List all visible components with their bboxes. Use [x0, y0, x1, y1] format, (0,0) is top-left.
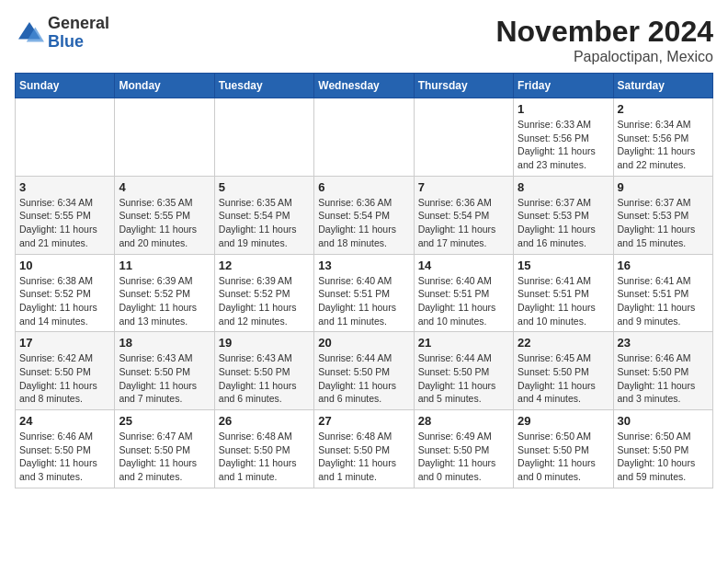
logo-text: General Blue [48, 15, 109, 52]
calendar-cell: 21Sunrise: 6:44 AM Sunset: 5:50 PM Dayli… [414, 332, 513, 410]
day-number: 22 [518, 336, 609, 350]
day-info: Sunrise: 6:35 AM Sunset: 5:55 PM Dayligh… [119, 196, 210, 250]
calendar-cell: 9Sunrise: 6:37 AM Sunset: 5:53 PM Daylig… [613, 176, 712, 254]
day-info: Sunrise: 6:35 AM Sunset: 5:54 PM Dayligh… [219, 196, 310, 250]
calendar-header: SundayMondayTuesdayWednesdayThursdayFrid… [16, 74, 713, 98]
day-number: 17 [19, 336, 110, 350]
calendar-cell: 1Sunrise: 6:33 AM Sunset: 5:56 PM Daylig… [514, 98, 613, 177]
day-info: Sunrise: 6:38 AM Sunset: 5:52 PM Dayligh… [19, 274, 110, 328]
day-number: 12 [219, 259, 310, 272]
calendar-cell [16, 98, 115, 177]
day-number: 14 [418, 259, 509, 272]
day-info: Sunrise: 6:39 AM Sunset: 5:52 PM Dayligh… [119, 274, 210, 328]
calendar-cell: 12Sunrise: 6:39 AM Sunset: 5:52 PM Dayli… [214, 254, 313, 332]
day-number: 7 [418, 180, 509, 194]
weekday-header: Thursday [414, 74, 513, 98]
day-number: 28 [418, 414, 509, 428]
day-info: Sunrise: 6:44 AM Sunset: 5:50 PM Dayligh… [418, 351, 509, 406]
day-number: 19 [219, 336, 310, 350]
day-number: 9 [618, 180, 709, 194]
calendar-cell: 23Sunrise: 6:46 AM Sunset: 5:50 PM Dayli… [613, 332, 712, 410]
day-number: 25 [119, 414, 210, 428]
calendar-week-row: 24Sunrise: 6:46 AM Sunset: 5:50 PM Dayli… [16, 410, 713, 488]
day-info: Sunrise: 6:50 AM Sunset: 5:50 PM Dayligh… [518, 430, 609, 484]
day-number: 15 [518, 259, 609, 272]
calendar-table: SundayMondayTuesdayWednesdayThursdayFrid… [15, 73, 713, 488]
day-number: 20 [318, 336, 409, 350]
calendar-cell: 15Sunrise: 6:41 AM Sunset: 5:51 PM Dayli… [514, 254, 613, 332]
day-info: Sunrise: 6:42 AM Sunset: 5:50 PM Dayligh… [19, 351, 110, 406]
calendar-cell: 30Sunrise: 6:50 AM Sunset: 5:50 PM Dayli… [613, 410, 712, 488]
day-number: 3 [19, 180, 110, 194]
weekday-header: Friday [514, 74, 613, 98]
day-info: Sunrise: 6:49 AM Sunset: 5:50 PM Dayligh… [418, 430, 509, 484]
day-info: Sunrise: 6:43 AM Sunset: 5:50 PM Dayligh… [219, 351, 310, 406]
weekday-header: Sunday [16, 74, 115, 98]
day-number: 24 [19, 414, 110, 428]
title-block: November 2024 Papaloctipan, Mexico [495, 15, 713, 65]
day-number: 11 [119, 259, 210, 272]
day-info: Sunrise: 6:50 AM Sunset: 5:50 PM Dayligh… [618, 430, 709, 484]
day-info: Sunrise: 6:45 AM Sunset: 5:50 PM Dayligh… [518, 351, 609, 406]
day-number: 29 [518, 414, 609, 428]
day-info: Sunrise: 6:46 AM Sunset: 5:50 PM Dayligh… [618, 351, 709, 406]
day-number: 5 [219, 180, 310, 194]
day-info: Sunrise: 6:48 AM Sunset: 5:50 PM Dayligh… [219, 430, 310, 484]
logo-icon [15, 18, 44, 48]
day-number: 16 [618, 259, 709, 272]
month-title: November 2024 [495, 15, 713, 49]
day-number: 23 [618, 336, 709, 350]
day-info: Sunrise: 6:40 AM Sunset: 5:51 PM Dayligh… [418, 274, 509, 328]
calendar-cell: 18Sunrise: 6:43 AM Sunset: 5:50 PM Dayli… [115, 332, 214, 410]
calendar-cell: 20Sunrise: 6:44 AM Sunset: 5:50 PM Dayli… [314, 332, 414, 410]
calendar-cell: 29Sunrise: 6:50 AM Sunset: 5:50 PM Dayli… [514, 410, 613, 488]
calendar-cell: 6Sunrise: 6:36 AM Sunset: 5:54 PM Daylig… [314, 176, 414, 254]
day-info: Sunrise: 6:47 AM Sunset: 5:50 PM Dayligh… [119, 430, 210, 484]
calendar-cell: 26Sunrise: 6:48 AM Sunset: 5:50 PM Dayli… [214, 410, 313, 488]
calendar-cell [214, 98, 313, 177]
day-number: 8 [518, 180, 609, 194]
calendar-cell [414, 98, 513, 177]
day-info: Sunrise: 6:33 AM Sunset: 5:56 PM Dayligh… [518, 118, 609, 172]
weekday-header: Saturday [613, 74, 712, 98]
calendar-week-row: 1Sunrise: 6:33 AM Sunset: 5:56 PM Daylig… [16, 98, 713, 177]
day-info: Sunrise: 6:36 AM Sunset: 5:54 PM Dayligh… [418, 196, 509, 250]
day-number: 2 [618, 102, 709, 116]
calendar-cell: 4Sunrise: 6:35 AM Sunset: 5:55 PM Daylig… [115, 176, 214, 254]
calendar-cell: 13Sunrise: 6:40 AM Sunset: 5:51 PM Dayli… [314, 254, 414, 332]
calendar-week-row: 3Sunrise: 6:34 AM Sunset: 5:55 PM Daylig… [16, 176, 713, 254]
weekday-header: Wednesday [314, 74, 414, 98]
day-info: Sunrise: 6:41 AM Sunset: 5:51 PM Dayligh… [618, 274, 709, 328]
day-info: Sunrise: 6:36 AM Sunset: 5:54 PM Dayligh… [318, 196, 409, 250]
calendar-cell [314, 98, 414, 177]
day-number: 26 [219, 414, 310, 428]
calendar-cell: 2Sunrise: 6:34 AM Sunset: 5:56 PM Daylig… [613, 98, 712, 177]
calendar-cell: 11Sunrise: 6:39 AM Sunset: 5:52 PM Dayli… [115, 254, 214, 332]
day-number: 18 [119, 336, 210, 350]
day-info: Sunrise: 6:43 AM Sunset: 5:50 PM Dayligh… [119, 351, 210, 406]
day-info: Sunrise: 6:46 AM Sunset: 5:50 PM Dayligh… [19, 430, 110, 484]
calendar-cell: 14Sunrise: 6:40 AM Sunset: 5:51 PM Dayli… [414, 254, 513, 332]
logo: General Blue [15, 15, 109, 52]
calendar-cell: 19Sunrise: 6:43 AM Sunset: 5:50 PM Dayli… [214, 332, 313, 410]
location: Papaloctipan, Mexico [495, 49, 713, 65]
calendar-cell: 25Sunrise: 6:47 AM Sunset: 5:50 PM Dayli… [115, 410, 214, 488]
day-info: Sunrise: 6:44 AM Sunset: 5:50 PM Dayligh… [318, 351, 409, 406]
day-info: Sunrise: 6:37 AM Sunset: 5:53 PM Dayligh… [618, 196, 709, 250]
day-number: 27 [318, 414, 409, 428]
calendar-cell: 27Sunrise: 6:48 AM Sunset: 5:50 PM Dayli… [314, 410, 414, 488]
day-number: 1 [518, 102, 609, 116]
calendar-cell: 5Sunrise: 6:35 AM Sunset: 5:54 PM Daylig… [214, 176, 313, 254]
day-number: 13 [318, 259, 409, 272]
weekday-header: Monday [115, 74, 214, 98]
day-info: Sunrise: 6:34 AM Sunset: 5:55 PM Dayligh… [19, 196, 110, 250]
calendar-cell: 17Sunrise: 6:42 AM Sunset: 5:50 PM Dayli… [16, 332, 115, 410]
day-number: 4 [119, 180, 210, 194]
calendar-cell: 3Sunrise: 6:34 AM Sunset: 5:55 PM Daylig… [16, 176, 115, 254]
calendar-cell [115, 98, 214, 177]
day-number: 10 [19, 259, 110, 272]
calendar-cell: 7Sunrise: 6:36 AM Sunset: 5:54 PM Daylig… [414, 176, 513, 254]
calendar-cell: 10Sunrise: 6:38 AM Sunset: 5:52 PM Dayli… [16, 254, 115, 332]
calendar-cell: 16Sunrise: 6:41 AM Sunset: 5:51 PM Dayli… [613, 254, 712, 332]
day-number: 21 [418, 336, 509, 350]
